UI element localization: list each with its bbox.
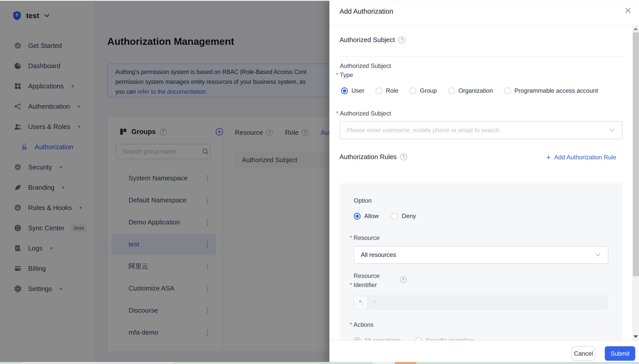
radio-selected-icon [354,213,361,220]
help-icon[interactable]: ? [398,36,405,43]
triangle-up-icon [633,28,638,30]
subject-type-radio-group: User Role Group Organization Programmabl… [341,87,598,94]
drawer-scrollbar[interactable] [632,25,639,340]
bottom-scrollbar-thumb [21,362,173,364]
radio-all-operations[interactable]: All operations [354,337,401,340]
radio-label: Specific operation [425,337,474,340]
section-title: Authorization Rules [340,153,397,161]
radio-deny[interactable]: Deny [391,213,416,220]
radio-label: User [351,87,364,94]
field-label: Resource [353,234,380,241]
add-authorization-rule-button[interactable]: + Add Authorization Rule [546,154,616,161]
add-authorization-drawer: Add Authorization × Authorized Subject ?… [329,0,639,364]
radio-icon [504,87,511,94]
radio-selected-icon [354,337,361,340]
radio-label: Organization [458,87,493,94]
field-label-line: Type [340,71,353,79]
radio-label: Group [420,87,437,94]
resource-field-label: * Resource [350,234,380,241]
plus-icon: + [546,154,551,161]
radio-role[interactable]: Role [376,87,398,94]
identifier-field-label: * Resource * Identifier [350,272,380,289]
field-label-line: Identifier [353,281,377,289]
actions-field-label: * Actions [350,321,374,328]
radio-label: Allow [364,213,379,220]
identifier-prefix: *: [354,296,368,309]
radio-icon [391,213,398,220]
option-label: Option [354,197,372,204]
required-asterisk: * [350,234,352,241]
drawer-mask[interactable] [0,0,330,364]
type-field-label: * Authorized Subject * Type [336,62,412,79]
resource-identifier-input-group: *: [354,296,607,309]
triangle-down-icon [633,335,638,338]
select-placeholder: Please enter username, mobile phone or e… [347,127,609,134]
field-label-line: Resource [353,272,380,279]
radio-icon [448,87,455,94]
section-divider [340,56,622,57]
subject-section-heading: Authorized Subject ? [340,36,405,44]
required-asterisk: * [350,321,352,328]
radio-allow[interactable]: Allow [354,213,379,220]
help-icon[interactable]: ? [400,276,407,283]
resource-identifier-input[interactable] [368,296,607,309]
screen: test Get Started Dashboard Applications [0,0,639,364]
radio-specific-operation[interactable]: Specific operation [415,337,474,340]
bottom-strip-segment-orange [395,362,416,364]
chevron-down-icon [609,128,615,132]
field-label: Actions [353,321,374,328]
cancel-button[interactable]: Cancel [572,346,595,361]
link-label: Add Authorization Rule [554,154,616,161]
radio-user[interactable]: User [341,87,364,94]
radio-icon [376,87,382,94]
required-asterisk: * [336,110,338,117]
chevron-down-icon [595,253,601,257]
required-asterisk: * [350,281,352,289]
close-icon[interactable]: × [625,5,631,16]
rules-section-heading: Authorization Rules ? [340,153,407,161]
scrollbar-up-arrow[interactable] [632,25,639,32]
scrollbar-down-arrow[interactable] [632,333,639,340]
submit-button[interactable]: Submit [605,346,635,361]
field-label-line: Authorized Subject [340,62,391,69]
drawer-header: Add Authorization × [329,0,639,26]
rule-panel: Option Allow Deny * Resource All resourc… [340,183,623,340]
radio-group-option[interactable]: Group [410,87,437,94]
radio-icon [410,87,416,94]
subject-field-label: * Authorized Subject [336,110,391,117]
radio-selected-icon [341,87,348,94]
drawer-title: Add Authorization [340,8,393,15]
actions-radio-group: All operations Specific operation [354,337,474,340]
authorized-subject-select[interactable]: Please enter username, mobile phone or e… [340,121,623,139]
screen-bottom-strip [0,362,639,364]
resource-select[interactable]: All resources [354,246,608,264]
option-radio-group: Allow Deny [354,213,416,220]
help-icon[interactable]: ? [400,154,407,160]
radio-programmable-access-account[interactable]: Programmable access account [504,87,598,94]
bottom-strip-segment [372,362,395,364]
radio-label: All operations [364,337,401,340]
radio-icon [415,337,422,340]
radio-label: Deny [402,213,416,220]
select-value: All resources [361,251,595,258]
radio-label: Programmable access account [514,87,598,94]
radio-organization[interactable]: Organization [448,87,493,94]
scrollbar-thumb[interactable] [633,32,639,276]
drawer-footer: Cancel Submit [329,340,639,364]
window-top-edge [0,0,639,1]
section-title: Authorized Subject [340,36,395,44]
required-asterisk: * [336,71,338,79]
field-label: Authorized Subject [340,110,391,117]
radio-label: Role [386,87,398,94]
